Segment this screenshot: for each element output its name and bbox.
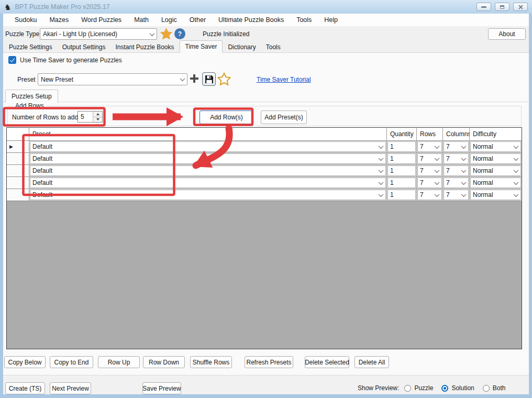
tab-tools[interactable]: Tools [261,42,285,52]
rows-cell[interactable]: 7 [417,141,443,152]
puzzle-type-combobox[interactable]: Akari - Light Up (Licensed) [40,28,157,40]
tab-instant-puzzle-books[interactable]: Instant Puzzle Books [110,42,179,52]
menu-word-puzzles[interactable]: Word Puzzles [75,14,128,26]
close-button[interactable] [513,3,528,11]
tab-puzzles-setup[interactable]: Puzzles Setup [5,90,58,103]
tab-puzzle-settings[interactable]: Puzzle Settings [4,42,57,52]
table-row: Default 1 7 7 Normal [7,177,522,189]
columns-cell[interactable]: 7 [443,177,470,189]
table-row: Default 1 7 7 Normal [7,189,522,201]
row-header[interactable] [7,177,29,189]
row-header[interactable] [7,189,29,201]
menu-sudoku[interactable]: Sudoku [8,14,43,26]
save-preview-button[interactable]: Save Preview [142,382,181,394]
row-down-button[interactable]: Row Down [143,356,185,368]
add-presets-button[interactable]: Add Preset(s) [261,110,307,124]
columns-cell[interactable]: 7 [443,153,470,164]
title-bar[interactable]: ♞ BPT Puzzle Maker Pro v2025.17 [0,0,532,14]
difficulty-cell[interactable]: Normal [470,153,522,164]
save-preset-button[interactable] [202,72,216,86]
preset-cell[interactable]: Default [29,153,387,164]
difficulty-cell-value: Normal [471,143,512,150]
menu-help[interactable]: Help [318,14,344,26]
star-filled-icon[interactable] [160,27,173,40]
chevron-down-icon [512,190,520,200]
chevron-down-icon [376,142,385,151]
rows-cell[interactable]: 7 [417,177,443,189]
menu-mazes[interactable]: Mazes [43,14,75,26]
close-icon [518,5,523,9]
refresh-presets-button[interactable]: Refresh Presets [245,356,293,368]
radio-solution-label: Solution [451,384,474,392]
current-row-arrow: ▶ [9,144,13,149]
rows-cell[interactable]: 7 [417,189,443,201]
difficulty-cell[interactable]: Normal [470,177,522,189]
chevron-down-icon [433,154,441,163]
columns-cell[interactable]: 7 [443,165,470,176]
maximize-button[interactable] [495,3,509,11]
spinner-up-icon[interactable] [93,112,102,117]
plus-icon[interactable] [190,74,199,85]
puzzles-setup-label: Puzzles Setup [12,93,52,100]
radio-solution[interactable] [441,385,448,392]
menu-other[interactable]: Other [183,14,212,26]
row-up-button[interactable]: Row Up [98,356,140,368]
add-rows-groupbox: Add Rows Number of Rows to add: 5 Add Ro… [7,106,522,126]
star-outline-icon[interactable] [217,72,231,87]
menu-tools[interactable]: Tools [290,14,318,26]
about-button[interactable]: About [488,28,526,40]
tab-output-settings[interactable]: Output Settings [58,42,110,52]
quantity-cell[interactable]: 1 [387,141,417,152]
row-header[interactable] [7,165,29,176]
rows-cell[interactable]: 7 [417,165,443,176]
quantity-cell[interactable]: 1 [387,165,417,176]
radio-both[interactable] [483,385,490,392]
radio-puzzle[interactable] [404,385,411,392]
row-header[interactable] [7,153,29,164]
chevron-down-icon [512,142,520,151]
delete-all-button[interactable]: Delete All [354,356,389,368]
difficulty-cell[interactable]: Normal [470,141,522,152]
chevron-down-icon [512,166,520,175]
shuffle-rows-button[interactable]: Shuffle Rows [190,356,232,368]
row-header[interactable]: ▶ [7,141,29,152]
quantity-cell[interactable]: 1 [387,189,417,201]
delete-selected-button[interactable]: Delete Selected [305,356,349,368]
menu-ultimate-puzzle-books[interactable]: Ultimate Puzzle Books [212,14,290,26]
row-count-spinner[interactable]: 5 [77,111,103,123]
add-rows-button[interactable]: Add Row(s) [199,110,253,124]
maximize-icon [500,5,504,9]
difficulty-cell[interactable]: Normal [470,189,522,201]
spinner-down-icon[interactable] [93,117,102,123]
preset-cell[interactable]: Default [29,177,387,189]
preset-cell[interactable]: Default [29,141,387,152]
show-preview-label: Show Preview: [358,384,399,392]
grid-corner-cell [7,128,29,140]
quantity-cell-value: 1 [388,167,415,174]
next-preview-button[interactable]: Next Preview [50,382,91,394]
preset-combobox[interactable]: New Preset [38,73,187,85]
question-circle-icon[interactable]: ? [174,28,185,39]
minimize-button[interactable] [476,3,491,11]
tab-time-saver[interactable]: Time Saver [180,40,223,53]
status-text: Puzzle Initialized [203,30,249,38]
menu-math[interactable]: Math [128,14,155,26]
quantity-cell[interactable]: 1 [387,177,417,189]
use-time-saver-checkbox[interactable] [8,56,16,64]
time-saver-tutorial-link[interactable]: Time Saver Tutorial [257,76,311,83]
menu-logic[interactable]: Logic [155,14,183,26]
preset-cell[interactable]: Default [29,189,387,201]
rows-cell[interactable]: 7 [417,153,443,164]
create-ts-button[interactable]: Create (TS) [5,382,45,394]
tab-dictionary[interactable]: Dictionary [223,42,260,52]
difficulty-cell-value: Normal [471,179,512,186]
quantity-cell[interactable]: 1 [387,153,417,164]
chevron-down-icon [433,178,441,187]
columns-cell[interactable]: 7 [443,189,470,201]
columns-cell-value: 7 [444,143,459,150]
copy-below-button[interactable]: Copy Below [4,356,46,368]
columns-cell[interactable]: 7 [443,141,470,152]
difficulty-cell[interactable]: Normal [470,165,522,176]
preset-cell[interactable]: Default [29,165,387,176]
copy-to-end-button[interactable]: Copy to End [50,356,93,368]
